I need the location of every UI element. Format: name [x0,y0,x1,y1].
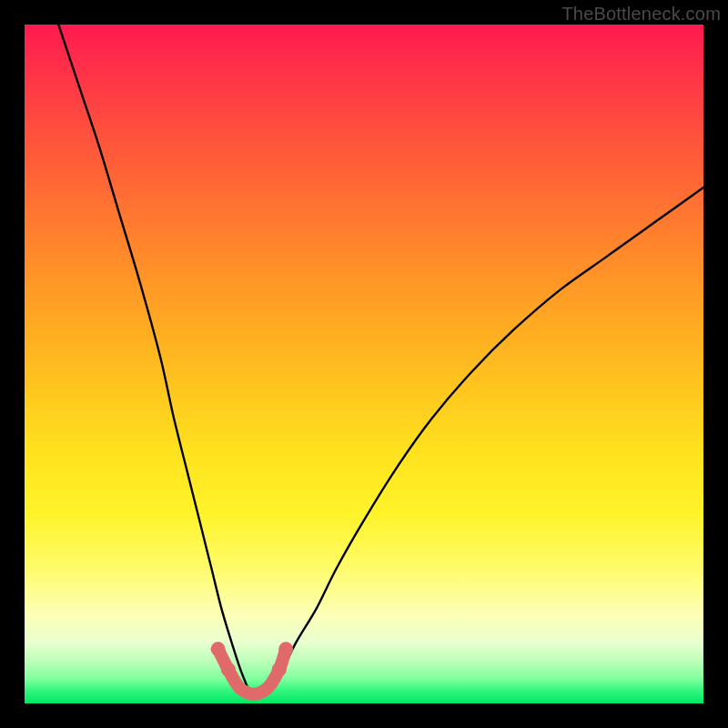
highlight-dot [272,662,287,677]
watermark-text: TheBottleneck.com [561,4,721,25]
curve-layer [25,25,703,703]
highlight-dot [278,642,293,656]
right-curve [269,187,703,690]
highlight-dot [221,662,236,677]
left-curve [58,25,248,690]
highlight-dot [211,642,226,656]
plot-area [25,25,703,703]
chart-frame: TheBottleneck.com [0,0,728,728]
